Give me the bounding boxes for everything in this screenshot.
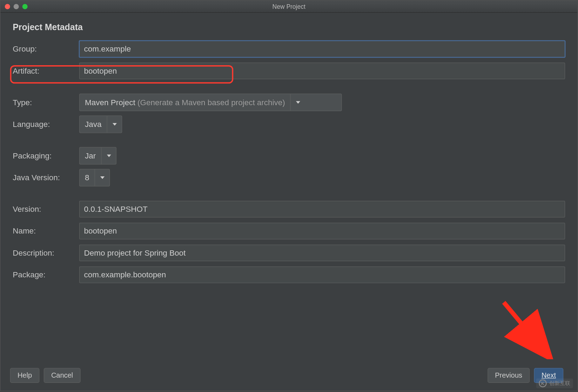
- description-input[interactable]: [79, 245, 565, 261]
- type-select-hint: (Generate a Maven based project archive): [137, 98, 285, 107]
- chevron-down-icon: [107, 116, 122, 133]
- label-type: Type:: [13, 98, 79, 107]
- packaging-select[interactable]: Jar: [79, 147, 116, 164]
- label-packaging: Packaging:: [13, 151, 79, 160]
- footer: Help Cancel Previous Next: [0, 360, 577, 391]
- row-description: Description:: [13, 244, 565, 262]
- annotation-arrow-icon: [499, 298, 556, 359]
- language-select-value: Java: [80, 120, 107, 129]
- watermark: K 创新互联: [536, 379, 573, 388]
- row-artifact: Artifact:: [13, 62, 565, 80]
- label-java-version: Java Version:: [13, 173, 79, 182]
- name-input[interactable]: [79, 223, 565, 239]
- row-java-version: Java Version: 8: [13, 169, 565, 187]
- row-group: Group:: [13, 40, 565, 58]
- minimize-window-button[interactable]: [14, 4, 19, 9]
- row-name: Name:: [13, 222, 565, 240]
- row-type: Type: Maven Project (Generate a Maven ba…: [13, 94, 565, 111]
- label-version: Version:: [13, 204, 79, 214]
- group-input[interactable]: [79, 41, 565, 57]
- row-version: Version:: [13, 201, 565, 218]
- label-artifact: Artifact:: [13, 66, 79, 75]
- cancel-button[interactable]: Cancel: [44, 368, 81, 383]
- label-package: Package:: [13, 270, 79, 279]
- chevron-down-icon: [290, 94, 305, 110]
- svg-line-0: [504, 302, 543, 350]
- packaging-select-value: Jar: [80, 151, 101, 160]
- java-version-select[interactable]: 8: [79, 169, 110, 187]
- label-group: Group:: [13, 45, 79, 54]
- java-version-select-value: 8: [80, 173, 94, 182]
- watermark-icon: K: [539, 379, 546, 387]
- artifact-input[interactable]: [79, 62, 565, 79]
- titlebar: New Project: [0, 0, 577, 13]
- package-input[interactable]: [79, 266, 565, 283]
- window-controls: [5, 4, 28, 9]
- label-description: Description:: [13, 248, 79, 257]
- label-language: Language:: [13, 120, 79, 129]
- row-packaging: Packaging: Jar: [13, 147, 565, 164]
- type-select[interactable]: Maven Project (Generate a Maven based pr…: [79, 94, 342, 111]
- section-title: Project Metadata: [13, 22, 565, 33]
- language-select[interactable]: Java: [79, 115, 122, 133]
- chevron-down-icon: [95, 169, 109, 186]
- type-select-value: Maven Project: [85, 98, 135, 107]
- label-name: Name:: [13, 227, 79, 236]
- version-input[interactable]: [79, 201, 565, 217]
- new-project-dialog: New Project Project Metadata Group: Arti…: [0, 0, 578, 391]
- help-button[interactable]: Help: [10, 368, 39, 383]
- watermark-text: 创新互联: [549, 380, 570, 387]
- window-title: New Project: [0, 3, 577, 10]
- zoom-window-button[interactable]: [22, 4, 28, 9]
- row-language: Language: Java: [13, 115, 565, 133]
- chevron-down-icon: [101, 148, 116, 164]
- previous-button[interactable]: Previous: [488, 368, 530, 383]
- form-content: Project Metadata Group: Artifact: Type: …: [0, 13, 577, 284]
- row-package: Package:: [13, 266, 565, 284]
- close-window-button[interactable]: [5, 4, 10, 9]
